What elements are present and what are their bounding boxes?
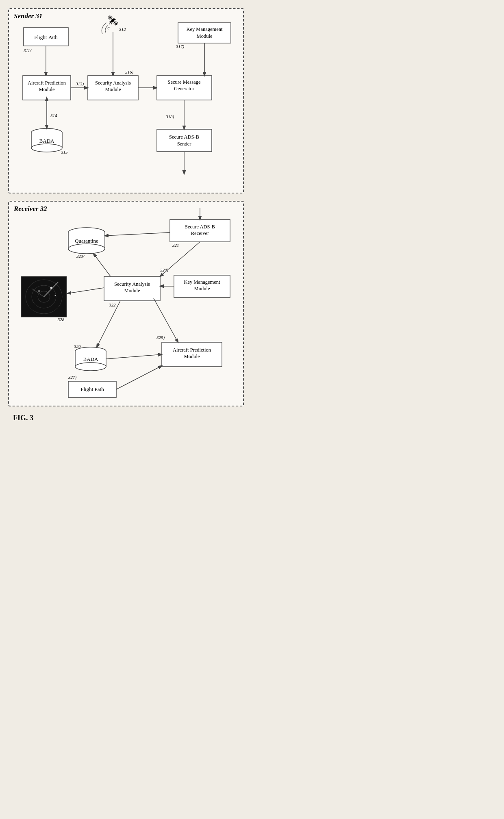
ref-315: 315 [61,150,68,154]
svg-text:Module: Module [39,87,55,92]
sender-section: Sender 31 Flight Path 311/ 🛰 312 Key Man… [8,8,244,193]
diagram-container: Sender 31 Flight Path 311/ 🛰 312 Key Man… [8,8,244,422]
quarantine-label: Quarantine [75,238,98,244]
key-mgmt-label-sender: Key Management [186,26,223,32]
svg-text:Module: Module [197,33,213,39]
ref-311: 311/ [23,48,32,53]
receiver-diagram: Secure ADS-B Receiver 321 Quarantine 323… [15,208,239,399]
key-mgmt-label-receiver: Key Management [184,279,220,285]
ref-314: 314 [50,113,57,118]
svg-text:Sender: Sender [177,141,192,147]
receiver-section: Receiver 32 Secure ADS-B Receiver 321 [8,201,244,406]
security-analysis-label-sender: Security Analysis [95,80,131,86]
ref-325: 325) [156,335,165,340]
svg-line-57 [106,354,162,359]
ref-312: 312 [119,27,126,32]
aircraft-pred-label-sender: Aircraft Prediction [28,80,66,86]
svg-line-32 [105,232,170,236]
svg-rect-20 [157,129,212,152]
secure-adsb-receiver-label: Secure ADS-B [185,224,215,230]
secure-adsb-sender-label: Secure ADS-B [169,134,199,140]
svg-text:Module: Module [194,286,210,291]
ref-327: 327) [68,375,77,380]
svg-point-47 [50,287,52,289]
flight-path-label-receiver: Flight Path [80,386,104,392]
security-analysis-label-receiver: Security Analysis [114,281,150,287]
sender-label: Sender 31 [14,12,42,20]
ref-324: 324) [160,267,169,273]
svg-line-36 [93,254,111,276]
bada-label-receiver: BADA [83,356,98,362]
svg-line-60 [116,366,162,389]
svg-text:Module: Module [105,87,121,92]
figure-label: FIG. 3 [13,414,244,422]
ref-321: 321 [172,243,179,248]
svg-text:Generator: Generator [174,86,195,91]
ref-316: 316) [125,70,134,75]
satellite-icon: 🛰 [108,15,118,27]
ref-328: -328 [56,317,65,322]
secure-msg-gen-label: Secure Message [168,79,201,85]
svg-point-31 [68,244,105,254]
svg-line-61 [97,301,120,347]
ref-322: 322 [109,302,116,307]
ref-323: 323/ [76,254,85,259]
svg-line-40 [67,288,104,293]
svg-text:Receiver: Receiver [191,230,209,236]
ref-318: 318) [165,114,174,119]
receiver-label: Receiver 32 [14,205,47,213]
ref-317: 317) [176,44,185,49]
svg-point-49 [55,295,56,296]
svg-point-54 [75,363,106,371]
svg-point-48 [38,290,40,292]
svg-text:Module: Module [184,354,200,359]
bada-label-sender: BADA [39,138,54,144]
svg-rect-1 [178,23,231,43]
ref-326: 326 [74,344,81,349]
sender-diagram: Flight Path 311/ 🛰 312 Key Management Mo… [15,15,239,186]
ref-313: 313) [75,81,84,87]
svg-point-18 [31,144,62,152]
flight-path-label: Flight Path [34,34,58,40]
aircraft-pred-label-receiver: Aircraft Prediction [173,347,211,353]
svg-text:Module: Module [124,288,140,293]
